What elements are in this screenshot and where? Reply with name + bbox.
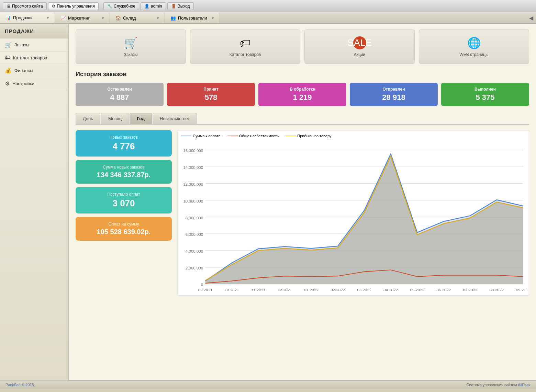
svg-text:04.2022: 04.2022 [383,288,398,290]
sales-tab-label: Продажи [13,15,32,20]
nav-collapse-icon[interactable]: ◀ [529,15,533,21]
users-tab-label: Пользователи [178,15,207,21]
svg-text:12,000,000: 12,000,000 [183,182,203,186]
svg-text:10.2021: 10.2021 [225,288,239,290]
dashboard-bottom: Новых заказов 4 776 Сумма новых заказов … [76,130,529,296]
history-title: История заказов [76,71,529,78]
main-layout: ПРОДАЖИ 🛒 Заказы 🏷 Каталог товаров 💰 Фин… [0,24,536,380]
svg-text:12.2021: 12.2021 [278,288,292,290]
accepted-value: 578 [205,93,217,102]
svg-text:11.2021: 11.2021 [251,288,266,290]
stopped-label: Остановлен [107,87,132,92]
orders-sum-label: Сумма новых заказов [103,165,144,170]
sidebar-item-finance[interactable]: 💰 Финансы [0,64,68,77]
payment-sum-value: 105 528 639.02р. [97,228,151,236]
svg-text:02.2022: 02.2022 [331,288,345,290]
sum-area [205,154,523,284]
svg-text:03.2022: 03.2022 [357,288,371,290]
done-label: Выполнен [474,87,496,92]
quick-card-catalog[interactable]: 🏷 Каталог товаров [190,30,300,64]
legend-orange-line [286,136,296,136]
marketing-tab-icon: 📈 [60,15,66,21]
tab-warehouse[interactable]: 🏠 Склад ▾ [110,12,165,23]
metric-payments[interactable]: Поступило оплат 3 070 [76,187,172,214]
svg-text:14,000,000: 14,000,000 [183,165,203,170]
svg-text:16,000,000: 16,000,000 [183,149,203,153]
svg-text:8,000,000: 8,000,000 [186,216,203,220]
new-orders-value: 4 776 [112,141,135,152]
svg-text:2,000,000: 2,000,000 [186,266,203,270]
tab-sales[interactable]: 📊 Продажи ▾ [0,12,55,23]
svg-text:08.2022: 08.2022 [490,288,504,290]
control-panel-tab[interactable]: ⚙ Панель управления [48,2,99,10]
view-site-label: Просмотр сайта [12,4,43,9]
status-card-sent[interactable]: Отправлен 28 918 [350,83,438,106]
stopped-value: 4 887 [110,93,129,102]
status-card-processing[interactable]: В обработке 1 219 [258,83,346,106]
footer-left-link[interactable]: PackSoft © 2015 [5,383,34,387]
svg-text:4,000,000: 4,000,000 [186,249,203,253]
warehouse-tab-icon: 🏠 [115,15,121,21]
chart-svg: 0 2,000,000 4,000,000 6,000,000 8,000,00… [181,141,525,291]
chart-legend: Сумма к оплате Общая себестоимость Прибы… [181,134,525,138]
legend-sum-label: Сумма к оплате [193,134,221,138]
legend-profit: Прибыль по товару [286,134,331,138]
tab-year[interactable]: Год [130,113,152,124]
logout-button[interactable]: 🚪 Выход [167,2,194,10]
svg-text:09.2022: 09.2022 [516,288,525,290]
svg-text:07.2022: 07.2022 [463,288,478,290]
sidebar-item-settings[interactable]: ⚙ Настройки [0,77,68,90]
orders-card-label: Заказы [124,52,137,57]
svg-text:09.2021: 09.2021 [198,288,213,290]
svg-text:0: 0 [201,283,203,287]
svg-text:6,000,000: 6,000,000 [186,232,203,237]
legend-cost-label: Общая себестоимость [239,134,279,138]
metric-new-orders[interactable]: Новых заказов 4 776 [76,130,172,157]
processing-label: В обработке [290,87,315,92]
quick-card-orders[interactable]: 🛒 Заказы [76,30,186,64]
web-icon: 🌐 [467,36,481,49]
tab-multiyear[interactable]: Несколько лет [153,113,197,124]
status-cards-row: Остановлен 4 887 Принят 578 В обработке … [76,83,529,106]
svg-text:05.2022: 05.2022 [410,288,424,290]
svg-text:06.2022: 06.2022 [436,288,451,290]
accepted-label: Принят [203,87,218,92]
view-site-tab[interactable]: 🖥 Просмотр сайта [3,2,47,10]
legend-sum-to-pay: Сумма к оплате [181,134,221,138]
status-card-done[interactable]: Выполнен 5 375 [441,83,529,106]
admin-button[interactable]: 👤 admin [141,2,166,10]
quick-card-promotions[interactable]: SALE Акции [304,30,415,64]
new-orders-label: Новых заказов [110,135,138,140]
user-icon: 👤 [144,4,149,9]
status-card-accepted[interactable]: Принят 578 [167,83,255,106]
sidebar-item-orders[interactable]: 🛒 Заказы [0,38,68,51]
processing-value: 1 219 [293,93,312,102]
footer-allpack-link[interactable]: AllPack [518,383,531,387]
service-button[interactable]: 🔧 Служебное [103,2,139,10]
footer-right: Система управления сайтом AllPack [466,383,531,387]
sidebar-title: ПРОДАЖИ [0,24,68,38]
orders-icon: 🛒 [124,36,138,49]
content-area: 🛒 Заказы 🏷 Каталог товаров SALE Акции 🌐 … [69,24,536,380]
door-icon: 🚪 [171,4,176,9]
tab-marketing[interactable]: 📈 Маркетинг ▾ [55,12,110,23]
sidebar-item-catalog[interactable]: 🏷 Каталог товаров [0,51,68,64]
tab-day[interactable]: День [76,113,100,124]
tab-month[interactable]: Месяц [101,113,129,124]
tag-icon: 🏷 [5,55,10,61]
payments-label: Поступило оплат [107,192,140,197]
svg-text:10,000,000: 10,000,000 [183,199,203,203]
quick-card-web[interactable]: 🌐 WEB страницы [419,30,529,64]
metric-payment-sum[interactable]: Оплат на сумму 105 528 639.02р. [76,217,172,241]
legend-profit-label: Прибыль по товару [297,134,331,138]
marketing-tab-label: Маркетинг [68,15,90,21]
money-icon: 💰 [5,67,12,74]
tab-users[interactable]: 👥 Пользователи ▾ [165,12,220,23]
status-card-stopped[interactable]: Остановлен 4 887 [76,83,164,106]
gear-icon: ⚙ [52,4,56,9]
catalog-card-label: Каталог товаров [230,52,261,57]
metric-orders-sum[interactable]: Сумма новых заказов 134 346 337.87р. [76,160,172,184]
footer: PackSoft © 2015 Система управления сайто… [0,380,536,389]
promotions-card-label: Акции [354,52,366,57]
svg-text:01.2022: 01.2022 [304,288,319,290]
